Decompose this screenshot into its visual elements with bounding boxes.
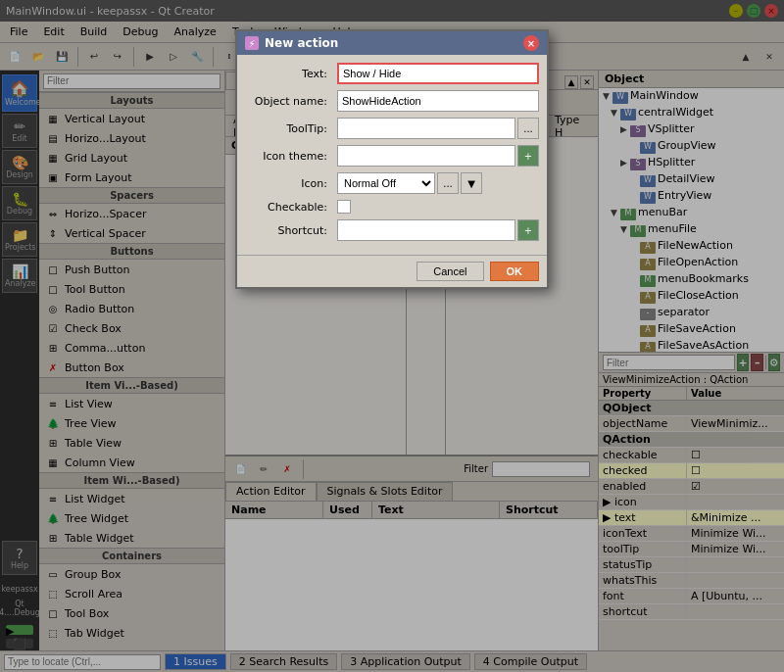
modal-label-tooltip: ToolTip:	[245, 122, 333, 135]
modal-row-icontheme: Icon theme: +	[245, 145, 539, 167]
modal-cancel-button[interactable]: Cancel	[416, 262, 483, 281]
modal-icon-edit-btn[interactable]: ...	[437, 172, 459, 194]
modal-input-tooltip[interactable]	[337, 118, 515, 139]
modal-icontheme-btn[interactable]: +	[517, 145, 539, 167]
modal-icon-group: Normal Off ... ▼	[337, 172, 539, 194]
new-action-modal: ⚡ New action × Text: Object name: ToolTi…	[235, 29, 549, 289]
modal-label-shortcut: Shortcut:	[245, 224, 333, 237]
modal-row-text: Text:	[245, 63, 539, 84]
modal-checkbox-checkable[interactable]	[337, 200, 351, 214]
modal-body: Text: Object name: ToolTip: ...	[237, 55, 547, 255]
modal-row-icon: Icon: Normal Off ... ▼	[245, 172, 539, 194]
modal-icontheme-group: +	[337, 145, 539, 167]
modal-label-icon: Icon:	[245, 177, 333, 190]
modal-row-shortcut: Shortcut: +	[245, 219, 539, 241]
modal-input-icontheme[interactable]	[337, 145, 515, 167]
modal-input-objectname[interactable]	[337, 90, 539, 112]
modal-ok-button[interactable]: OK	[490, 262, 540, 281]
modal-select-icon[interactable]: Normal Off	[337, 172, 435, 194]
modal-shortcut-btn[interactable]: +	[517, 219, 539, 241]
modal-input-shortcut[interactable]	[337, 219, 515, 241]
modal-input-text[interactable]	[337, 63, 539, 84]
modal-row-objectname: Object name:	[245, 90, 539, 112]
modal-overlay: ⚡ New action × Text: Object name: ToolTi…	[0, 0, 784, 672]
modal-footer: Cancel OK	[237, 255, 547, 287]
modal-label-objectname: Object name:	[245, 95, 333, 108]
modal-row-checkable: Checkable:	[245, 200, 539, 214]
modal-row-tooltip: ToolTip: ...	[245, 118, 539, 139]
modal-icon-arrow-btn[interactable]: ▼	[461, 172, 482, 194]
modal-tooltip-btn[interactable]: ...	[517, 118, 539, 139]
modal-title-text: New action	[265, 36, 338, 50]
modal-tooltip-group: ...	[337, 118, 539, 139]
modal-label-icontheme: Icon theme:	[245, 150, 333, 163]
modal-title-bar: ⚡ New action ×	[237, 31, 547, 55]
modal-icon: ⚡	[245, 36, 259, 50]
modal-close-button[interactable]: ×	[523, 35, 539, 51]
modal-label-text: Text:	[245, 68, 333, 80]
modal-label-checkable: Checkable:	[245, 201, 333, 214]
modal-shortcut-group: +	[337, 219, 539, 241]
